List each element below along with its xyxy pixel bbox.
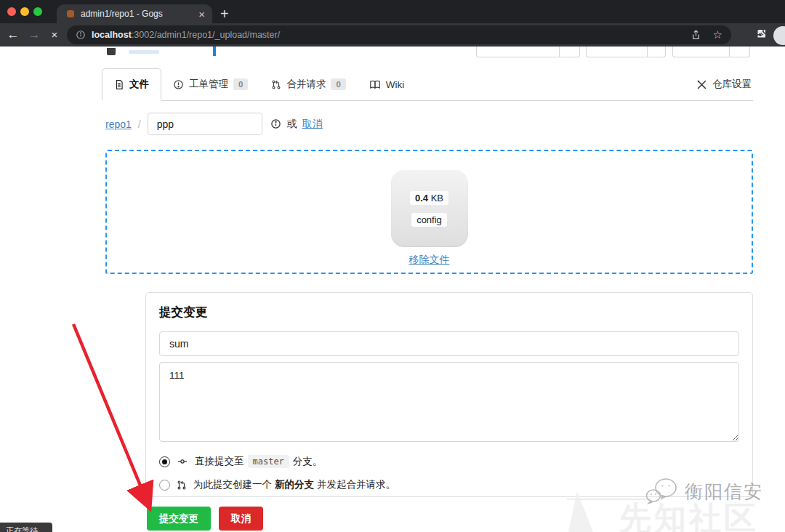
url-path: :3002/admin1/repo1/_upload/master/ — [132, 30, 280, 40]
commit-message-textarea[interactable]: 111 — [159, 362, 739, 442]
file-name: config — [411, 213, 447, 227]
upload-path-bar: repo1 / 或 取消 — [105, 113, 323, 135]
macos-zoom-button[interactable] — [33, 7, 42, 16]
wiki-book-icon — [369, 79, 381, 90]
or-text: 或 — [287, 118, 297, 131]
share-icon[interactable] — [691, 29, 701, 41]
stop-loading-icon[interactable]: × — [45, 23, 64, 47]
commit-summary-input[interactable] — [159, 331, 739, 356]
macos-close-button[interactable] — [7, 7, 16, 16]
radio-row-new-branch[interactable]: 为此提交创建一个新的分支并发起合并请求。 — [159, 478, 739, 491]
form-actions: 提交变更 取消 — [147, 507, 263, 531]
branch-name-chip: master — [248, 455, 289, 468]
path-info-icon — [270, 118, 281, 129]
repo-title-link-partial — [129, 50, 159, 54]
tab-issues-label: 工单管理 — [189, 78, 228, 91]
tab-issues[interactable]: 工单管理 0 — [161, 68, 259, 100]
uploaded-file-card: 0.4 KB config — [391, 170, 468, 247]
back-icon[interactable]: ← — [4, 23, 23, 47]
site-info-icon[interactable] — [76, 30, 86, 40]
address-bar[interactable]: localhost:3002/admin1/repo1/_upload/mast… — [67, 25, 731, 44]
tab-pull-requests-label: 合并请求 — [286, 78, 326, 91]
repo-nav-tabs: 文件 工单管理 0 合并请求 0 — [102, 68, 753, 101]
tab-files[interactable]: 文件 — [102, 68, 161, 101]
pull-requests-count-badge: 0 — [331, 78, 345, 90]
pull-request-icon — [271, 79, 281, 90]
radio-new-branch-label: 为此提交创建一个新的分支并发起合并请求。 — [193, 478, 395, 491]
browser-status-tooltip: 正在等待... — [0, 523, 52, 532]
repo-root-link[interactable]: repo1 — [105, 118, 132, 130]
tab-wiki[interactable]: Wiki — [358, 68, 416, 100]
issue-icon — [173, 79, 184, 90]
tab-title: admin1/repo1 - Gogs — [81, 9, 194, 19]
background-watermark-line — [567, 499, 651, 500]
new-tab-button[interactable]: + — [220, 4, 229, 23]
radio-direct-commit-label: 直接提交至master分支。 — [195, 455, 322, 468]
radio-row-direct-commit[interactable]: 直接提交至master分支。 — [159, 455, 739, 468]
commit-heading: 提交变更 — [159, 305, 739, 321]
upload-dropzone[interactable]: 0.4 KB config 移除文件 — [105, 150, 753, 274]
browser-tab[interactable]: admin1/repo1 - Gogs × — [57, 4, 212, 23]
file-size-unit: KB — [428, 193, 443, 203]
git-commit-icon — [177, 456, 188, 467]
watch-button-partial[interactable] — [476, 47, 580, 57]
bookmark-star-icon[interactable]: ☆ — [713, 28, 722, 41]
cancel-button[interactable]: 取消 — [219, 507, 263, 531]
git-branch-icon — [177, 480, 187, 491]
commit-changes-button[interactable]: 提交变更 — [147, 507, 211, 531]
tab-close-icon[interactable]: × — [198, 9, 205, 20]
tools-icon — [696, 79, 707, 90]
repo-lock-icon-partial — [107, 48, 116, 55]
directory-name-input[interactable] — [148, 113, 262, 135]
radio-direct-commit[interactable] — [159, 456, 170, 467]
file-size-value: 0.4 — [415, 193, 428, 203]
repo-settings-label: 仓库设置 — [712, 78, 752, 91]
star-button-partial[interactable] — [586, 47, 666, 57]
url-text: localhost:3002/admin1/repo1/_upload/mast… — [92, 30, 691, 40]
path-separator: / — [138, 118, 141, 130]
commit-panel: 提交变更 111 直接提交至master分支。 为此提交创建一个新的分支并发起合… — [145, 292, 753, 497]
fork-button-partial[interactable] — [672, 47, 750, 57]
radio-new-branch[interactable] — [159, 480, 170, 491]
cancel-upload-link[interactable]: 取消 — [302, 118, 323, 131]
macos-minimize-button[interactable] — [20, 7, 29, 16]
background-watermark-logo — [568, 491, 602, 532]
remove-file-link[interactable]: 移除文件 — [409, 254, 450, 267]
tab-favicon-icon — [67, 10, 74, 17]
url-host: localhost — [92, 30, 132, 40]
tab-wiki-label: Wiki — [386, 79, 405, 90]
repo-header-blue-fragment — [213, 47, 216, 56]
screen: admin1/repo1 - Gogs × + ← → × localhost:… — [0, 0, 785, 532]
tab-files-label: 文件 — [129, 78, 149, 91]
background-watermark-text: 先知社区 — [619, 497, 759, 532]
file-icon — [114, 79, 124, 90]
issues-count-badge: 0 — [233, 78, 248, 90]
forward-icon[interactable]: → — [25, 23, 44, 47]
extensions-puzzle-icon[interactable] — [754, 28, 768, 41]
tab-pull-requests[interactable]: 合并请求 0 — [259, 68, 357, 100]
file-size: 0.4 KB — [410, 191, 448, 205]
repo-settings-link[interactable]: 仓库设置 — [696, 68, 753, 100]
browser-titlebar: admin1/repo1 - Gogs × + — [0, 0, 785, 23]
